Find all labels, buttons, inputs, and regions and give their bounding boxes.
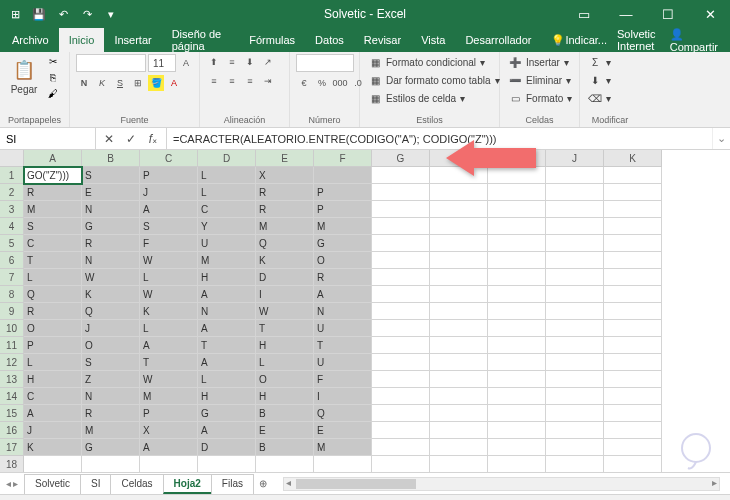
cell[interactable] — [604, 439, 662, 456]
align-center-icon[interactable]: ≡ — [224, 73, 240, 89]
cell[interactable]: M — [314, 218, 372, 235]
cell[interactable] — [546, 405, 604, 422]
cell[interactable] — [430, 456, 488, 472]
accept-formula-icon[interactable]: ✓ — [122, 130, 140, 148]
cell[interactable]: Z — [82, 371, 140, 388]
autosum-button[interactable]: Σ▾ — [586, 54, 613, 70]
cell[interactable]: N — [82, 252, 140, 269]
cell[interactable]: O — [24, 320, 82, 337]
cell[interactable]: G — [82, 439, 140, 456]
row-header[interactable]: 14 — [0, 388, 24, 405]
cell[interactable] — [488, 269, 546, 286]
format-painter-icon[interactable]: 🖌 — [46, 86, 60, 100]
copy-icon[interactable]: ⎘ — [46, 70, 60, 84]
row-header[interactable]: 12 — [0, 354, 24, 371]
cell[interactable] — [546, 303, 604, 320]
cell[interactable]: K — [24, 439, 82, 456]
tab-insert[interactable]: Insertar — [104, 28, 161, 52]
cell[interactable] — [488, 201, 546, 218]
cell[interactable]: C — [24, 388, 82, 405]
cell[interactable] — [372, 269, 430, 286]
cell[interactable] — [372, 422, 430, 439]
cell[interactable] — [488, 422, 546, 439]
select-all-corner[interactable] — [0, 150, 24, 167]
row-header[interactable]: 4 — [0, 218, 24, 235]
cell[interactable]: T — [314, 337, 372, 354]
cell[interactable] — [198, 456, 256, 472]
cell[interactable] — [372, 354, 430, 371]
cell[interactable]: S — [82, 354, 140, 371]
cell[interactable] — [488, 456, 546, 472]
scrollbar-thumb[interactable] — [296, 479, 416, 489]
italic-icon[interactable]: K — [94, 75, 110, 91]
cell[interactable]: L — [140, 320, 198, 337]
cell[interactable]: O — [256, 371, 314, 388]
cell[interactable] — [372, 303, 430, 320]
tell-me[interactable]: 💡 Indicar... — [541, 28, 617, 52]
sheet-tab[interactable]: Hoja2 — [163, 474, 212, 494]
cell[interactable] — [604, 371, 662, 388]
cell[interactable] — [24, 456, 82, 472]
cell[interactable] — [546, 235, 604, 252]
column-header[interactable]: J — [546, 150, 604, 167]
row-header[interactable]: 9 — [0, 303, 24, 320]
cell[interactable]: H — [198, 388, 256, 405]
cell[interactable] — [488, 303, 546, 320]
percent-icon[interactable]: % — [314, 75, 330, 91]
row-header[interactable]: 11 — [0, 337, 24, 354]
tab-home[interactable]: Inicio — [59, 28, 105, 52]
cell[interactable]: M — [314, 439, 372, 456]
cell[interactable] — [488, 252, 546, 269]
cell[interactable]: M — [198, 252, 256, 269]
cell[interactable]: L — [198, 371, 256, 388]
cell[interactable]: R — [24, 303, 82, 320]
cancel-formula-icon[interactable]: ✕ — [100, 130, 118, 148]
cell[interactable]: M — [256, 218, 314, 235]
cell[interactable]: H — [24, 371, 82, 388]
cell[interactable]: W — [82, 269, 140, 286]
align-right-icon[interactable]: ≡ — [242, 73, 258, 89]
cell[interactable] — [430, 388, 488, 405]
format-cells-button[interactable]: ▭Formato ▾ — [506, 90, 574, 106]
conditional-format-button[interactable]: ▦Formato condicional ▾ — [366, 54, 487, 70]
cell[interactable]: L — [24, 269, 82, 286]
cell[interactable]: K — [256, 252, 314, 269]
cell[interactable]: Q — [314, 405, 372, 422]
close-icon[interactable]: ✕ — [690, 2, 730, 26]
align-left-icon[interactable]: ≡ — [206, 73, 222, 89]
tab-file[interactable]: Archivo — [2, 28, 59, 52]
row-header[interactable]: 1 — [0, 167, 24, 184]
cell[interactable]: L — [140, 269, 198, 286]
cell[interactable] — [604, 456, 662, 472]
cell[interactable] — [430, 218, 488, 235]
cell[interactable] — [604, 388, 662, 405]
tab-view[interactable]: Vista — [411, 28, 455, 52]
cell[interactable]: U — [198, 235, 256, 252]
cell[interactable]: C — [198, 201, 256, 218]
cell[interactable]: T — [24, 252, 82, 269]
sheet-tab[interactable]: Solvetic — [24, 474, 81, 494]
cell[interactable]: A — [198, 320, 256, 337]
cell[interactable] — [430, 439, 488, 456]
column-header[interactable]: B — [82, 150, 140, 167]
cell[interactable]: P — [314, 201, 372, 218]
cell[interactable]: A — [198, 286, 256, 303]
row-header[interactable]: 2 — [0, 184, 24, 201]
cell[interactable] — [604, 320, 662, 337]
tab-developer[interactable]: Desarrollador — [455, 28, 541, 52]
sheet-prev-icon[interactable]: ◂ — [6, 478, 11, 489]
row-header[interactable]: 6 — [0, 252, 24, 269]
cell[interactable] — [372, 184, 430, 201]
cell[interactable]: A — [314, 286, 372, 303]
cell[interactable]: D — [198, 439, 256, 456]
cell[interactable] — [372, 252, 430, 269]
cell[interactable] — [488, 337, 546, 354]
cell[interactable] — [604, 422, 662, 439]
fx-icon[interactable]: fₓ — [144, 130, 162, 148]
cell[interactable]: R — [256, 201, 314, 218]
cell[interactable]: T — [198, 337, 256, 354]
indent-icon[interactable]: ⇥ — [260, 73, 276, 89]
number-format-select[interactable] — [296, 54, 354, 72]
cell[interactable] — [430, 235, 488, 252]
cell[interactable]: G — [198, 405, 256, 422]
